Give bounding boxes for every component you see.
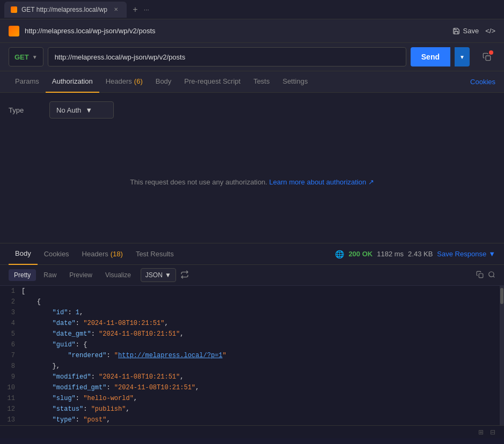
title-actions: Save </> [452, 27, 495, 35]
status-badge: 200 OK [348, 250, 372, 258]
save-label: Save [463, 27, 479, 35]
auth-type-select[interactable]: No Auth ▼ [49, 101, 114, 119]
wrap-icon[interactable] [180, 270, 189, 280]
resp-tab-body[interactable]: Body [9, 243, 38, 265]
tab-pre-request-script[interactable]: Pre-request Script [178, 71, 247, 93]
response-code-area: 1 [ 2 { 3 "id": 1, 4 "date": "2024-11-08… [0, 286, 500, 425]
view-visualize-button[interactable]: Visualize [100, 269, 136, 281]
right-icons [478, 48, 495, 65]
response-time: 1182 ms [377, 250, 404, 258]
learn-more-link[interactable]: Learn more about authorization ↗ [269, 178, 374, 186]
response-panel: Body Cookies Headers (18) Test Results 🌐… [0, 243, 504, 425]
auth-info-text: This request does not use any authorizat… [130, 178, 267, 186]
auth-panel: Type No Auth ▼ This request does not use… [0, 93, 504, 243]
resp-tab-cookies-label: Cookies [44, 250, 69, 258]
format-chevron-icon: ▼ [165, 271, 171, 279]
code-line-3: 3 "id": 1, [0, 307, 500, 318]
code-line-9: 9 "modified": "2024-11-08T10:21:51", [0, 372, 500, 382]
response-meta: 🌐 200 OK 1182 ms 2.43 KB Save Response ▼ [335, 250, 495, 258]
tab-authorization[interactable]: Authorization [46, 71, 99, 93]
save-response-label: Save Response [437, 250, 486, 258]
layout-icon[interactable]: ⊟ [490, 428, 495, 436]
save-icon [452, 27, 460, 35]
resp-right-icons [476, 271, 495, 280]
view-pretty-button[interactable]: Pretty [9, 269, 36, 281]
save-response-chevron-icon: ▼ [488, 250, 495, 258]
more-tabs-button[interactable]: ··· [144, 6, 149, 13]
view-preview-button[interactable]: Preview [64, 269, 98, 281]
save-button[interactable]: Save [452, 27, 479, 35]
status-bar: ⊞ ⊟ [0, 425, 504, 438]
code-line-1: 1 [ [0, 286, 500, 297]
title-url: http://melapress.local/wp-json/wp/v2/pos… [25, 27, 452, 35]
scrollbar[interactable] [500, 286, 504, 425]
tab-body-label: Body [156, 77, 172, 85]
resp-tab-test-results[interactable]: Test Results [129, 243, 180, 265]
tab-settings-label: Settings [282, 77, 308, 85]
url-input[interactable] [48, 47, 406, 66]
cookies-link[interactable]: Cookies [470, 78, 495, 86]
code-button[interactable]: </> [485, 27, 495, 35]
tab-favicon [11, 6, 17, 13]
auth-info-area: This request does not use any authorizat… [9, 129, 495, 234]
method-select[interactable]: GET ▼ [9, 47, 43, 66]
tab-params[interactable]: Params [9, 71, 46, 93]
svg-point-2 [489, 271, 494, 276]
code-line-4: 4 "date": "2024-11-08T10:21:51", [0, 318, 500, 329]
code-label: </> [485, 27, 495, 35]
grid-icon[interactable]: ⊞ [478, 428, 484, 436]
nav-tabs: Params Authorization Headers (6) Body Pr… [0, 71, 504, 93]
resp-headers-count: (18) [111, 250, 123, 258]
view-raw-button[interactable]: Raw [38, 269, 62, 281]
svg-rect-0 [486, 56, 491, 61]
copy-icon-button[interactable] [478, 48, 495, 65]
resp-tab-headers-label: Headers [82, 250, 108, 258]
tab-settings[interactable]: Settings [276, 71, 314, 93]
response-toolbar: Pretty Raw Preview Visualize JSON ▼ [0, 265, 504, 286]
code-line-5: 5 "date_gmt": "2024-11-08T10:21:51", [0, 329, 500, 339]
code-line-6: 6 "guid": { [0, 339, 500, 350]
resp-tab-body-label: Body [15, 249, 31, 257]
code-line-12: 12 "status": "publish", [0, 404, 500, 415]
notification-badge [489, 50, 493, 55]
code-line-10: 10 "modified_gmt": "2024-11-08T10:21:51"… [0, 382, 500, 393]
response-size: 2.43 KB [408, 250, 433, 258]
code-line-7: 7 "rendered": "http://melapress.local/?p… [0, 350, 500, 361]
globe-icon: 🌐 [335, 250, 344, 258]
tab-headers-label: Headers [106, 77, 132, 85]
auth-type-row: Type No Auth ▼ [9, 101, 495, 119]
tab-label: GET http://melapress.local/wp [21, 6, 107, 13]
method-value: GET [14, 53, 29, 61]
add-tab-button[interactable]: + [129, 3, 142, 16]
copy-response-button[interactable] [476, 271, 484, 280]
format-select[interactable]: JSON ▼ [141, 268, 176, 282]
search-response-button[interactable] [488, 271, 495, 280]
auth-type-value: No Auth [56, 106, 81, 114]
active-tab[interactable]: GET http://melapress.local/wp ✕ [4, 2, 127, 18]
tab-close-button[interactable]: ✕ [112, 5, 120, 14]
tab-headers[interactable]: Headers (6) [99, 71, 149, 93]
resp-tab-headers[interactable]: Headers (18) [76, 243, 129, 265]
resp-tab-cookies[interactable]: Cookies [38, 243, 76, 265]
tab-headers-count: (6) [134, 77, 143, 85]
code-line-2: 2 { [0, 297, 500, 307]
code-line-11: 11 "slug": "hello-world", [0, 393, 500, 404]
response-tabs-bar: Body Cookies Headers (18) Test Results 🌐… [0, 243, 504, 265]
send-dropdown-button[interactable]: ▼ [455, 47, 470, 66]
title-bar: http://melapress.local/wp-json/wp/v2/pos… [0, 19, 504, 43]
title-favicon [9, 26, 19, 36]
scrollbar-thumb[interactable] [500, 288, 503, 304]
method-chevron-icon: ▼ [32, 54, 38, 60]
format-value: JSON [145, 271, 163, 279]
tab-params-label: Params [15, 77, 39, 85]
tab-tests[interactable]: Tests [247, 71, 276, 93]
send-button[interactable]: Send [411, 47, 450, 66]
auth-type-chevron-icon: ▼ [85, 106, 92, 114]
code-line-13: 13 "type": "post", [0, 415, 500, 425]
code-line-8: 8 }, [0, 361, 500, 372]
auth-type-label: Type [9, 106, 41, 114]
tab-pre-request-label: Pre-request Script [184, 77, 240, 85]
tab-body[interactable]: Body [149, 71, 178, 93]
save-response-button[interactable]: Save Response ▼ [437, 250, 495, 258]
svg-line-3 [493, 276, 495, 277]
